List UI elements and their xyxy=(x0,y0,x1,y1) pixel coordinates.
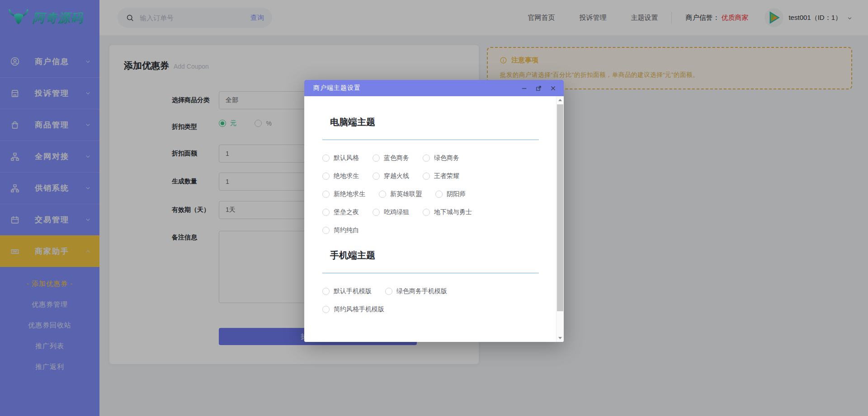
modal-content: 电脑端主题默认风格蓝色商务绿色商务绝地求生穿越火线王者荣耀新绝地求生新英雄联盟阴… xyxy=(304,96,564,313)
theme-option-radio[interactable]: 王者荣耀 xyxy=(423,172,459,180)
theme-option-radio[interactable]: 新绝地求生 xyxy=(322,190,365,198)
theme-option-label: 穿越火线 xyxy=(384,172,409,180)
theme-option-radio[interactable]: 阴阳师 xyxy=(435,190,466,198)
radio-circle-icon xyxy=(322,288,330,295)
theme-option-radio[interactable]: 绿色商务手机模版 xyxy=(385,287,447,295)
theme-section-1: 手机端主题默认手机模版绿色商务手机模版简约风格手机模版 xyxy=(322,249,539,313)
scrollbar-thumb[interactable] xyxy=(557,104,563,311)
theme-option-label: 绿色商务 xyxy=(434,154,459,162)
theme-option-radio[interactable]: 绝地求生 xyxy=(322,172,359,180)
scroll-down-icon[interactable] xyxy=(557,334,564,342)
theme-option-label: 堡垒之夜 xyxy=(334,208,359,216)
close-icon xyxy=(550,85,557,92)
window-controls xyxy=(519,83,558,93)
theme-option-label: 吃鸡绿狙 xyxy=(384,208,409,216)
theme-option-label: 王者荣耀 xyxy=(434,172,459,180)
option-row: 堡垒之夜吃鸡绿狙地下城与勇士 xyxy=(322,209,539,216)
radio-circle-icon xyxy=(322,154,330,162)
minimize-button[interactable] xyxy=(519,83,529,93)
theme-option-radio[interactable]: 简约纯白 xyxy=(322,226,359,234)
maximize-button[interactable] xyxy=(533,83,544,93)
radio-circle-icon xyxy=(435,191,443,198)
modal-body: 电脑端主题默认风格蓝色商务绿色商务绝地求生穿越火线王者荣耀新绝地求生新英雄联盟阴… xyxy=(304,96,564,342)
theme-option-label: 新英雄联盟 xyxy=(390,190,422,198)
minimize-icon xyxy=(521,85,528,92)
radio-circle-icon xyxy=(385,288,392,295)
section-heading: 手机端主题 xyxy=(330,249,539,262)
theme-section-0: 电脑端主题默认风格蓝色商务绿色商务绝地求生穿越火线王者荣耀新绝地求生新英雄联盟阴… xyxy=(322,116,539,234)
section-underline xyxy=(322,140,539,140)
theme-option-label: 绿色商务手机模版 xyxy=(396,287,447,295)
theme-settings-modal: 商户端主题设置 电脑端主题默认风格蓝色商务绿色商务绝地求生穿越火线王者荣耀新绝地… xyxy=(304,80,564,342)
option-row: 简约风格手机模版 xyxy=(322,306,539,313)
scroll-up-icon[interactable] xyxy=(557,96,564,104)
section-underline xyxy=(322,273,539,273)
theme-option-label: 简约风格手机模版 xyxy=(334,305,384,313)
option-row: 绝地求生穿越火线王者荣耀 xyxy=(322,173,539,180)
theme-option-radio[interactable]: 简约风格手机模版 xyxy=(322,305,384,313)
section-heading: 电脑端主题 xyxy=(330,116,539,128)
option-rows: 默认风格蓝色商务绿色商务绝地求生穿越火线王者荣耀新绝地求生新英雄联盟阴阳师堡垒之… xyxy=(322,154,539,234)
theme-option-label: 默认手机模版 xyxy=(334,287,372,295)
radio-circle-icon xyxy=(373,173,380,180)
option-rows: 默认手机模版绿色商务手机模版简约风格手机模版 xyxy=(322,288,539,313)
theme-option-radio[interactable]: 吃鸡绿狙 xyxy=(373,208,409,216)
theme-option-radio[interactable]: 新英雄联盟 xyxy=(379,190,422,198)
radio-circle-icon xyxy=(423,154,430,162)
theme-option-label: 蓝色商务 xyxy=(384,154,409,162)
theme-option-radio[interactable]: 绿色商务 xyxy=(423,154,459,162)
option-row: 新绝地求生新英雄联盟阴阳师 xyxy=(322,191,539,198)
radio-circle-icon xyxy=(423,173,430,180)
radio-circle-icon xyxy=(322,191,330,198)
radio-circle-icon xyxy=(322,209,330,216)
app-root: 阿奇源码 商户信息投诉管理商品管理全网对接供销系统交易管理商家助手 - 添加优惠… xyxy=(0,0,868,416)
option-row: 默认手机模版绿色商务手机模版 xyxy=(322,288,539,295)
option-row: 简约纯白 xyxy=(322,227,539,234)
theme-option-label: 地下城与勇士 xyxy=(434,208,472,216)
radio-circle-icon xyxy=(423,209,430,216)
modal-title: 商户端主题设置 xyxy=(313,84,361,92)
radio-circle-icon xyxy=(322,173,330,180)
theme-option-label: 默认风格 xyxy=(334,154,359,162)
theme-option-label: 简约纯白 xyxy=(334,226,359,234)
theme-option-radio[interactable]: 默认手机模版 xyxy=(322,287,372,295)
option-row: 默认风格蓝色商务绿色商务 xyxy=(322,154,539,162)
theme-option-label: 阴阳师 xyxy=(447,190,466,198)
expand-icon xyxy=(535,85,542,92)
radio-circle-icon xyxy=(373,209,380,216)
radio-circle-icon xyxy=(322,306,330,313)
theme-option-radio[interactable]: 默认风格 xyxy=(322,154,359,162)
theme-option-radio[interactable]: 堡垒之夜 xyxy=(322,208,359,216)
modal-titlebar[interactable]: 商户端主题设置 xyxy=(304,80,564,96)
theme-option-radio[interactable]: 蓝色商务 xyxy=(373,154,409,162)
theme-option-label: 绝地求生 xyxy=(334,172,359,180)
radio-circle-icon xyxy=(322,227,330,234)
theme-option-radio[interactable]: 地下城与勇士 xyxy=(423,208,472,216)
modal-scrollbar[interactable] xyxy=(556,96,564,342)
close-button[interactable] xyxy=(547,83,558,93)
radio-circle-icon xyxy=(373,154,380,162)
theme-option-radio[interactable]: 穿越火线 xyxy=(373,172,409,180)
radio-circle-icon xyxy=(379,191,386,198)
theme-option-label: 新绝地求生 xyxy=(334,190,365,198)
